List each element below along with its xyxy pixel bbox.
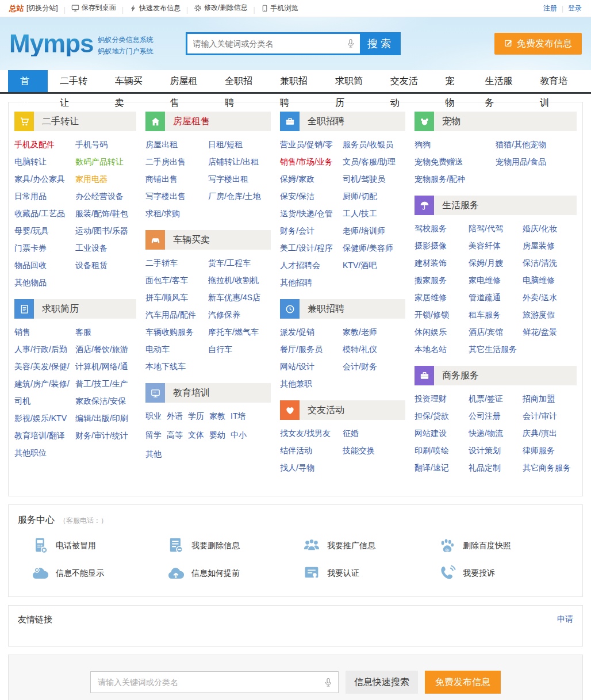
- category-link[interactable]: 陪驾/代驾: [469, 220, 523, 237]
- category-title[interactable]: 宠物: [442, 116, 460, 128]
- category-link[interactable]: 新车优惠/4S店: [208, 289, 271, 306]
- nav-tab-10[interactable]: 教育培训: [528, 70, 583, 92]
- category-link[interactable]: 人事/行政/后勤: [14, 341, 75, 358]
- category-link[interactable]: 驾校服务: [415, 220, 469, 237]
- category-link[interactable]: 电脑转让: [14, 153, 75, 170]
- category-link[interactable]: 搬家服务: [415, 271, 469, 289]
- nav-tab-0[interactable]: 首页: [8, 70, 48, 92]
- category-link[interactable]: 送货/快递/仓管: [280, 205, 343, 222]
- category-title[interactable]: 全职招聘: [308, 116, 344, 128]
- nav-tab-5[interactable]: 兼职招聘: [268, 70, 323, 92]
- category-link[interactable]: 工人/技工: [343, 205, 405, 222]
- category-link[interactable]: 写字楼出租: [208, 170, 271, 188]
- category-link[interactable]: 求租/求购: [145, 205, 208, 222]
- category-link[interactable]: 会计/审计: [523, 407, 577, 424]
- microphone-icon[interactable]: [346, 39, 355, 49]
- category-link[interactable]: 门票卡券: [14, 239, 75, 257]
- service-item[interactable]: 我要认证: [302, 561, 438, 586]
- category-link[interactable]: 美容/美发/保健/: [14, 358, 75, 375]
- category-link[interactable]: 外卖/送水: [523, 289, 577, 306]
- category-link[interactable]: 拼车/顺风车: [145, 289, 208, 306]
- category-title[interactable]: 兼职招聘: [308, 303, 344, 315]
- category-link[interactable]: 司机/驾驶员: [343, 170, 405, 188]
- category-link[interactable]: 保安/保洁: [280, 188, 343, 205]
- category-link[interactable]: 其它生活服务: [469, 341, 523, 358]
- category-link[interactable]: 美工/设计/程序: [280, 239, 343, 257]
- service-item[interactable]: 我要删除信息: [166, 533, 302, 559]
- nav-tab-1[interactable]: 二手转让: [48, 70, 103, 92]
- category-link[interactable]: 手机及配件: [14, 136, 75, 153]
- service-item[interactable]: 我要推广信息: [302, 533, 438, 559]
- category-link[interactable]: 美容纤体: [469, 237, 523, 254]
- category-link[interactable]: 数码产品转让: [75, 153, 136, 170]
- category-link[interactable]: 房屋装修: [523, 237, 577, 254]
- category-link[interactable]: 婚庆/化妆: [523, 220, 577, 237]
- category-link[interactable]: 司机: [14, 392, 75, 410]
- category-link[interactable]: 母婴/玩具: [14, 222, 75, 239]
- category-link[interactable]: 管道疏通: [469, 289, 523, 306]
- category-title[interactable]: 二手转让: [42, 116, 79, 128]
- category-link[interactable]: 家政保洁/安保: [75, 392, 136, 410]
- category-link[interactable]: 宠物服务/配种: [415, 170, 496, 188]
- category-link[interactable]: 建材装饰: [415, 254, 469, 271]
- category-link[interactable]: 开锁/修锁: [415, 306, 469, 323]
- category-link[interactable]: 其他物品: [14, 274, 75, 291]
- category-link[interactable]: 狗狗: [415, 136, 496, 153]
- category-link[interactable]: 会计/财务: [343, 358, 405, 375]
- category-link[interactable]: 本地下线车: [145, 358, 208, 375]
- category-link[interactable]: 其他招聘: [280, 274, 343, 291]
- topbar-item[interactable]: 修改/删除信息: [194, 3, 247, 13]
- nav-tab-4[interactable]: 全职招聘: [213, 70, 268, 92]
- bottom-post-button[interactable]: 免费发布信息: [425, 671, 501, 694]
- service-item[interactable]: 电话被冒用: [30, 533, 166, 559]
- category-link[interactable]: 服务员/收银员: [343, 136, 405, 153]
- topbar-item[interactable]: 快速发布信息: [129, 3, 181, 13]
- category-link[interactable]: 外语: [167, 407, 183, 424]
- category-link[interactable]: 婴幼: [209, 426, 225, 443]
- category-title[interactable]: 交友活动: [308, 404, 344, 416]
- category-link[interactable]: 其他职位: [14, 444, 75, 461]
- category-link[interactable]: 征婚: [343, 424, 405, 442]
- nav-tab-9[interactable]: 生活服务: [473, 70, 528, 92]
- category-link[interactable]: 酒店/宾馆: [469, 323, 523, 341]
- category-link[interactable]: 投资理财: [415, 390, 469, 407]
- category-link[interactable]: 翻译/速记: [415, 459, 469, 476]
- category-link[interactable]: 快递/物流: [469, 424, 523, 442]
- category-link[interactable]: 汽车用品/配件: [145, 306, 208, 323]
- category-link[interactable]: 宠物免费赠送: [415, 153, 496, 170]
- category-link[interactable]: 礼品定制: [469, 459, 523, 476]
- category-link[interactable]: 高等: [167, 426, 183, 443]
- category-link[interactable]: 普工/技工/生产: [75, 375, 136, 392]
- category-link[interactable]: 老师/培训师: [343, 222, 405, 239]
- quick-search-button[interactable]: 信息快速搜索: [346, 671, 418, 694]
- category-link[interactable]: 面包车/客车: [145, 271, 208, 289]
- category-link[interactable]: 模特/礼仪: [343, 341, 405, 358]
- search-input[interactable]: [187, 34, 360, 53]
- category-link[interactable]: 收藏品/工艺品: [14, 205, 75, 222]
- category-link[interactable]: 宠物用品/食品: [496, 153, 577, 170]
- category-link[interactable]: 留学: [145, 426, 162, 443]
- register-link[interactable]: 注册: [543, 3, 557, 13]
- category-link[interactable]: 家具/办公家具: [14, 170, 75, 188]
- service-item[interactable]: 信息如何提前: [166, 561, 302, 586]
- category-link[interactable]: 办公经营设备: [75, 188, 136, 205]
- category-link[interactable]: 客服: [75, 323, 136, 341]
- microphone-icon[interactable]: [324, 678, 333, 688]
- category-title[interactable]: 车辆买卖: [173, 234, 210, 246]
- category-link[interactable]: 财务/会计: [280, 222, 343, 239]
- switch-substation-link[interactable]: [切换分站]: [26, 3, 58, 13]
- category-link[interactable]: 物品回收: [14, 257, 75, 274]
- service-item[interactable]: 我要投诉: [438, 561, 573, 586]
- category-link[interactable]: 保姆/家政: [280, 170, 343, 188]
- nav-tab-3[interactable]: 房屋租售: [158, 70, 213, 92]
- category-link[interactable]: 找女友/找男友: [280, 424, 343, 442]
- category-link[interactable]: 招商加盟: [523, 390, 577, 407]
- category-link[interactable]: 庆典/演出: [523, 424, 577, 442]
- category-link[interactable]: 店铺转让/出租: [208, 153, 271, 170]
- category-link[interactable]: 建筑/房产/装修/: [14, 375, 75, 392]
- category-link[interactable]: 中小: [231, 426, 247, 443]
- category-link[interactable]: 休闲娱乐: [415, 323, 469, 341]
- category-link[interactable]: 网站/设计: [280, 358, 343, 375]
- category-link[interactable]: 职业: [145, 407, 162, 424]
- category-link[interactable]: 自行车: [208, 341, 271, 358]
